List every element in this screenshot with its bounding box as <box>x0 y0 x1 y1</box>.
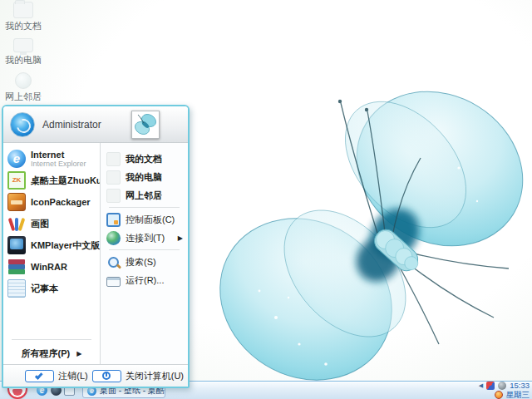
desktop-icon-label: 我的文档 <box>0 21 47 31</box>
tray-collapse-chevron-icon[interactable]: ◀ <box>479 382 483 389</box>
menu-item-label: 搜索(S) <box>126 256 156 268</box>
log-off-label: 注销(L) <box>58 370 87 382</box>
butterfly-wallpaper <box>209 68 532 399</box>
desktop: { "desktop": { "icons": [ { "label": "我的… <box>0 0 532 399</box>
my-documents-icon <box>106 152 121 166</box>
input-method-tray-icon[interactable] <box>486 382 495 390</box>
shut-down-label: 关闭计算机(U) <box>126 370 184 382</box>
menu-item-sublabel: Internet Explorer <box>31 160 86 168</box>
menu-item-label: IconPackager <box>31 197 91 207</box>
menu-item-label: 控制面板(C) <box>126 214 175 226</box>
my-documents-icon <box>13 2 33 18</box>
submenu-arrow-icon: ▶ <box>76 350 81 357</box>
start-menu-right-column: 我的文档 我的电脑 网上邻居 控制面板(C) 连接到(T) ▶ <box>101 143 188 364</box>
zhuoku-theme-icon: ZK <box>7 171 26 190</box>
paint-icon <box>7 214 26 233</box>
my-computer-icon <box>106 170 121 185</box>
desktop-icon-list: 我的文档 我的电脑 网上邻居 <box>0 2 48 109</box>
start-menu-left-column: e Internet Internet Explorer ZK 桌酷主题Zhuo… <box>3 143 100 364</box>
start-menu: Administrator e Internet Internet Explor… <box>2 105 190 388</box>
shut-down-button[interactable] <box>92 370 121 382</box>
menu-item-search[interactable]: 搜索(S) <box>101 253 188 271</box>
winrar-icon <box>7 258 26 276</box>
search-icon <box>106 255 121 269</box>
menu-item-label: 记事本 <box>31 283 58 293</box>
tray-row-bottom: 星期三 <box>479 391 530 399</box>
menu-item-control-panel[interactable]: 控制面板(C) <box>101 210 188 229</box>
menu-item-kmplayer[interactable]: KMPlayer中文版 <box>3 234 100 256</box>
check-icon <box>35 371 43 379</box>
my-computer-icon <box>13 38 33 52</box>
menu-item-label: 运行(R)... <box>126 274 164 287</box>
desktop-icon-my-computer[interactable]: 我的电脑 <box>0 38 47 65</box>
desktop-icon-my-documents[interactable]: 我的文档 <box>0 2 47 31</box>
user-picture-tile <box>131 111 160 139</box>
menu-item-label: WinRAR <box>31 262 67 272</box>
network-places-icon <box>106 189 121 203</box>
user-avatar <box>10 112 35 137</box>
clock-day[interactable]: 星期三 <box>506 391 530 399</box>
menu-item-label: 我的文档 <box>126 153 162 165</box>
iconpackager-icon <box>7 193 26 211</box>
separator <box>12 339 91 340</box>
menu-item-label: KMPlayer中文版 <box>31 240 100 250</box>
menu-item-iconpackager[interactable]: IconPackager <box>3 191 100 213</box>
menu-item-winrar[interactable]: WinRAR <box>3 256 100 278</box>
menu-item-label: 连接到(T) <box>126 232 165 244</box>
desktop-icon-network-places[interactable]: 网上邻居 <box>0 72 47 101</box>
control-panel-icon <box>106 213 121 227</box>
notepad-icon <box>7 279 26 298</box>
kmplayer-icon <box>7 236 26 254</box>
menu-item-my-computer[interactable]: 我的电脑 <box>101 168 188 186</box>
butterfly-thumbnail-icon <box>133 112 158 137</box>
desktop-icon-label: 网上邻居 <box>0 91 47 101</box>
separator <box>109 249 180 250</box>
separator <box>109 207 180 208</box>
connect-to-icon <box>106 231 121 245</box>
user-name: Administrator <box>42 106 101 143</box>
volume-tray-icon[interactable] <box>498 382 506 390</box>
all-programs-label: 所有程序(P) <box>22 348 71 358</box>
run-icon <box>106 277 121 287</box>
system-tray: ◀ 15:33 星期三 <box>479 382 530 399</box>
log-off-button[interactable] <box>25 370 54 382</box>
menu-item-paint[interactable]: 画图 <box>3 213 100 234</box>
internet-explorer-icon: e <box>7 150 26 168</box>
start-menu-header: Administrator <box>3 106 188 143</box>
menu-item-label: Internet <box>31 150 86 160</box>
tray-row-top: ◀ 15:33 <box>479 382 530 390</box>
clock-time[interactable]: 15:33 <box>510 382 530 390</box>
menu-item-zhuoku-theme[interactable]: ZK 桌酷主题ZhuoKu.Com <box>3 170 100 191</box>
network-places-icon <box>15 72 32 89</box>
qq-tray-icon[interactable] <box>495 391 503 399</box>
desktop-icon-label: 我的电脑 <box>0 55 47 65</box>
menu-item-connect-to[interactable]: 连接到(T) ▶ <box>101 229 188 247</box>
menu-item-label: 我的电脑 <box>126 171 162 184</box>
menu-item-internet[interactable]: e Internet Internet Explorer <box>3 148 100 170</box>
menu-item-run[interactable]: 运行(R)... <box>101 271 188 289</box>
all-programs-button[interactable]: 所有程序(P) ▶ <box>3 342 100 364</box>
smiley-mouth <box>12 389 22 396</box>
menu-item-network-places[interactable]: 网上邻居 <box>101 186 188 204</box>
menu-item-label: 网上邻居 <box>126 190 162 202</box>
power-icon <box>102 372 111 380</box>
menu-item-my-documents[interactable]: 我的文档 <box>101 150 188 168</box>
start-menu-footer: 注销(L) 关闭计算机(U) <box>3 364 188 387</box>
butterfly-image <box>209 68 532 399</box>
start-menu-body: e Internet Internet Explorer ZK 桌酷主题Zhuo… <box>3 143 188 364</box>
submenu-arrow-icon: ▶ <box>178 234 183 242</box>
menu-item-notepad[interactable]: 记事本 <box>3 278 100 299</box>
menu-item-label: 画图 <box>31 219 49 229</box>
